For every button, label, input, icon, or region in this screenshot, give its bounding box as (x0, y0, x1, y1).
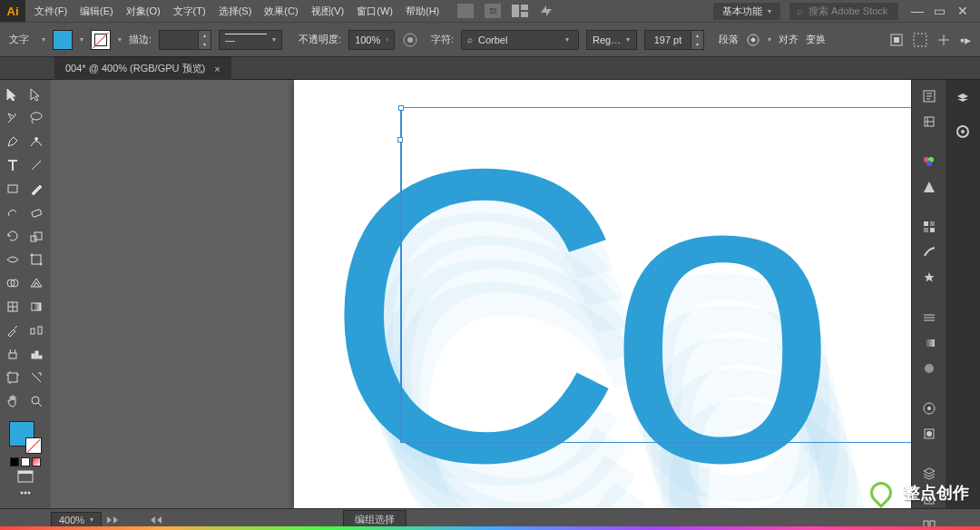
chevron-down-icon[interactable]: ▾ (118, 35, 122, 44)
gradient-tool[interactable] (25, 296, 47, 318)
slice-tool[interactable] (25, 367, 47, 388)
column-graph-tool[interactable] (25, 343, 47, 365)
shape-builder-tool[interactable] (2, 272, 24, 294)
document-tab-close[interactable]: × (214, 64, 220, 74)
selection-tool[interactable] (2, 83, 24, 105)
panel-menu-icon[interactable]: ▪▸ (960, 33, 971, 47)
recolor-icon[interactable] (402, 32, 418, 48)
panel-swatches-icon[interactable] (919, 220, 939, 234)
menu-file[interactable]: 文件(F) (34, 5, 67, 18)
menu-type[interactable]: 文字(T) (173, 5, 206, 18)
menu-edit[interactable]: 编辑(E) (80, 5, 113, 18)
paragraph-icon[interactable] (746, 33, 760, 47)
paragraph-label[interactable]: 段落 (719, 33, 739, 46)
bridge-icon[interactable] (457, 4, 474, 18)
clip-icon[interactable] (913, 33, 927, 47)
svg-point-4 (407, 37, 413, 43)
canvas[interactable]: Co Co Co Co Co Co (51, 80, 911, 508)
isolate-icon[interactable] (889, 33, 904, 47)
scale-tool[interactable] (25, 225, 47, 247)
chevron-down-icon[interactable]: ▾ (80, 35, 83, 44)
eraser-tool[interactable] (25, 201, 47, 223)
edit-toolbar-icon[interactable] (19, 486, 32, 499)
paintbrush-tool[interactable] (25, 178, 47, 200)
font-family-dropdown[interactable]: ⌕▾ (461, 30, 579, 50)
panel-color-guide-icon[interactable] (919, 180, 939, 194)
gpu-icon[interactable] (539, 4, 554, 18)
panel-symbols-icon[interactable] (919, 270, 939, 285)
zoom-tool[interactable] (25, 390, 47, 412)
mesh-tool[interactable] (2, 296, 24, 318)
magic-wand-tool[interactable] (2, 107, 24, 129)
panel-gradient-icon[interactable] (919, 336, 939, 350)
menu-view[interactable]: 视图(V) (311, 5, 345, 18)
font-size-input[interactable] (644, 30, 691, 50)
eyedropper-tool[interactable] (2, 319, 24, 341)
svg-rect-1 (521, 5, 528, 10)
panel-properties-icon[interactable] (919, 89, 939, 103)
panel-transparency-icon[interactable] (919, 361, 939, 376)
menu-window[interactable]: 窗口(W) (357, 5, 393, 18)
cc-libraries-icon[interactable] (953, 122, 973, 142)
document-tab[interactable]: 004* @ 400% (RGB/GPU 预览) × (54, 56, 231, 80)
svg-rect-8 (914, 34, 926, 46)
opacity-dropdown[interactable]: 100%› (348, 30, 395, 50)
stroke-weight-field[interactable]: ▴▾ (159, 30, 211, 50)
fill-swatch[interactable] (53, 30, 73, 50)
artboard-nav[interactable] (107, 515, 162, 525)
artboard-tool[interactable] (2, 367, 24, 388)
panel-color-icon[interactable] (919, 154, 939, 169)
panel-libraries-icon[interactable] (919, 114, 939, 129)
text-anchor-handle[interactable] (397, 137, 403, 142)
maximize-button[interactable]: ▭ (930, 4, 950, 18)
hand-tool[interactable] (2, 390, 24, 412)
font-weight-dropdown[interactable]: Reg…▾ (586, 30, 637, 50)
panel-brushes-icon[interactable] (919, 245, 939, 260)
search-field[interactable]: ⌕搜索 Adobe Stock (789, 3, 898, 20)
rectangle-tool[interactable] (2, 178, 24, 200)
free-transform-tool[interactable] (25, 249, 47, 270)
transform-label[interactable]: 变换 (806, 33, 826, 46)
stroke-weight-input[interactable] (159, 30, 199, 50)
font-size-field[interactable]: ▴▾ (644, 30, 704, 50)
stock-icon[interactable]: St (485, 4, 501, 18)
zoom-dropdown[interactable]: 400%▾ (51, 512, 102, 528)
symbol-sprayer-tool[interactable] (2, 343, 24, 365)
menu-help[interactable]: 帮助(H) (406, 5, 439, 18)
arrange-icon[interactable] (512, 5, 528, 17)
menu-effect[interactable]: 效果(C) (264, 5, 298, 18)
workspace-switcher[interactable]: 基本功能▾ (713, 3, 780, 20)
menu-select[interactable]: 选择(S) (219, 5, 252, 18)
perspective-tool[interactable] (25, 272, 47, 294)
selection-handle-tl[interactable] (398, 105, 404, 111)
line-tool[interactable] (25, 154, 47, 176)
panel-appearance-icon[interactable] (919, 401, 939, 416)
stroke-dash-dropdown[interactable]: —▾ (219, 30, 282, 50)
svg-point-47 (927, 407, 931, 410)
minimize-button[interactable]: — (907, 4, 927, 18)
lasso-tool[interactable] (25, 107, 47, 129)
layers-stack-icon[interactable] (953, 89, 973, 109)
font-family-input[interactable] (478, 34, 560, 45)
search-icon: ⌕ (797, 5, 803, 16)
pen-tool[interactable] (2, 131, 24, 152)
color-mode-switches[interactable] (10, 457, 41, 466)
options-icon[interactable] (936, 33, 951, 47)
panel-stroke-icon[interactable] (919, 310, 939, 325)
chevron-down-icon[interactable]: ▾ (42, 35, 45, 44)
stroke-swatch[interactable] (91, 30, 111, 50)
type-tool[interactable] (2, 154, 24, 176)
shaper-tool[interactable] (2, 201, 24, 223)
curvature-tool[interactable] (25, 131, 47, 152)
panel-graphic-styles-icon[interactable] (919, 427, 939, 441)
align-label[interactable]: 对齐 (779, 33, 799, 46)
close-button[interactable]: ✕ (953, 4, 973, 18)
menu-object[interactable]: 对象(O) (126, 5, 161, 18)
rotate-tool[interactable] (2, 225, 24, 247)
direct-selection-tool[interactable] (25, 83, 47, 105)
svg-point-54 (961, 130, 965, 133)
screen-mode-icon[interactable] (17, 470, 34, 483)
width-tool[interactable] (2, 249, 24, 270)
blend-tool[interactable] (25, 319, 47, 341)
stroke-color[interactable] (25, 437, 42, 454)
